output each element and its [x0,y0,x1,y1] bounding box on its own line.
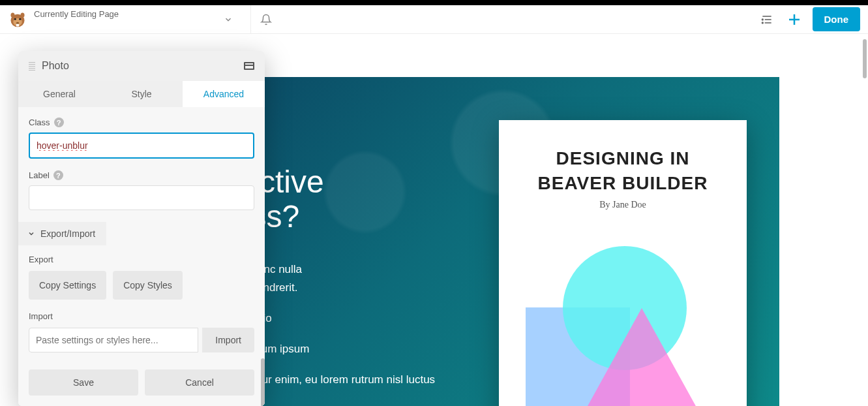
panel-header[interactable]: Photo [18,51,265,81]
svg-point-3 [19,18,21,20]
copy-styles-button[interactable]: Copy Styles [113,271,183,300]
svg-point-6 [11,12,15,18]
panel-scrollbar[interactable] [261,358,265,406]
label-field-label: Label ? [29,170,254,180]
panel-tabs: General Style Advanced [18,81,265,107]
copy-settings-button[interactable]: Copy Settings [29,271,106,300]
done-button[interactable]: Done [813,7,861,31]
notifications-bell-icon[interactable] [258,12,274,27]
svg-point-12 [762,22,763,23]
add-content-plus-icon[interactable] [785,10,803,29]
help-icon[interactable]: ? [54,117,64,127]
settings-panel: Photo General Style Advanced Class ? Lab… [18,51,265,406]
panel-body: Class ? Label ? Export/Import Export Cop… [18,107,265,363]
page-dropdown-chevron[interactable] [220,12,236,27]
tab-advanced[interactable]: Advanced [183,81,265,107]
import-label: Import [29,311,254,321]
svg-point-7 [21,12,25,18]
label-input[interactable] [29,185,254,210]
tab-general[interactable]: General [18,81,100,107]
class-input[interactable] [29,133,254,159]
book-cover: DESIGNING IN BEAVER BUILDER By Jane Doe [499,120,747,406]
import-button[interactable]: Import [202,328,254,352]
topbar-divider [250,5,251,33]
topbar: Currently Editing Page Done [0,5,868,34]
chevron-down-icon [27,230,35,238]
book-shapes [518,246,727,406]
book-author: By Jane Doe [518,200,727,210]
book-title: DESIGNING IN BEAVER BUILDER [518,146,727,196]
svg-point-11 [762,19,763,20]
class-field-label: Class ? [29,117,254,127]
svg-point-2 [14,18,16,20]
panel-title: Photo [42,60,237,72]
export-label: Export [29,255,254,264]
outline-icon[interactable] [758,10,776,29]
panel-footer: Save Cancel [18,363,265,406]
export-import-toggle[interactable]: Export/Import [18,222,106,245]
svg-point-4 [16,22,20,23]
top-black-bar [0,0,868,5]
cancel-button[interactable]: Cancel [145,369,254,396]
editing-label: Currently Editing Page [34,9,119,19]
triangle-shape [573,308,710,406]
page-scrollbar[interactable] [863,39,867,78]
import-input[interactable] [29,328,198,352]
tab-style[interactable]: Style [100,81,183,107]
drag-handle-icon[interactable] [29,62,35,70]
svg-rect-5 [16,23,20,26]
help-icon[interactable]: ? [53,170,63,180]
save-button[interactable]: Save [29,369,138,396]
beaver-logo [8,10,27,29]
expand-panel-icon[interactable] [244,62,254,70]
